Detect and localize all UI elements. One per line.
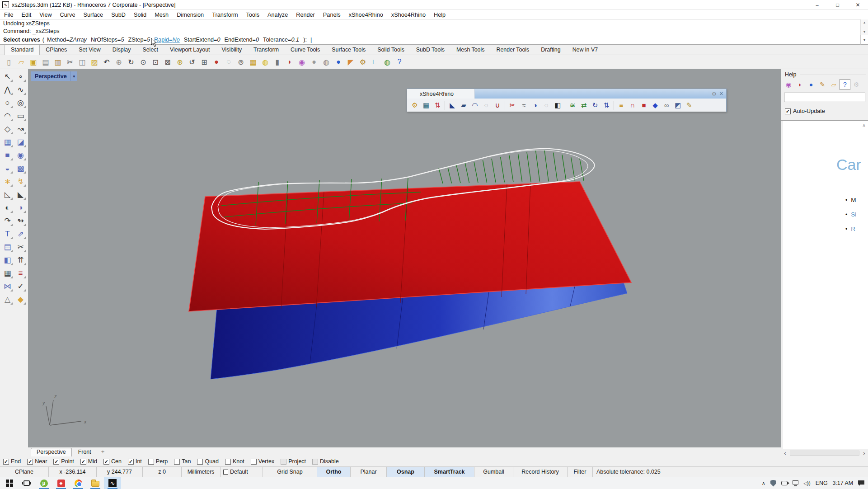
checkbox-icon[interactable]: [312, 459, 318, 465]
toolbar-tab-display[interactable]: Display: [107, 45, 137, 55]
circle-center-icon[interactable]: ⊚: [235, 56, 246, 67]
status-millimeters[interactable]: Millimeters: [182, 467, 221, 477]
command-option-startextend[interactable]: StartExtend=0: [184, 37, 221, 43]
mesh-icon[interactable]: ▩: [14, 162, 27, 175]
checkbox-icon[interactable]: ✓: [27, 459, 33, 465]
xshoe-tree-list-icon[interactable]: ≡: [616, 100, 627, 111]
zoom-selected-icon[interactable]: ⊛: [174, 56, 185, 67]
status-cplane[interactable]: CPlane: [0, 467, 49, 477]
xshoe-toolbar-close-icon[interactable]: ✕: [719, 91, 723, 97]
xshoe-toolbar-titlebar[interactable]: xShoe4Rhino ⚙ ✕: [407, 89, 726, 99]
help-material-tab-icon[interactable]: ◗: [794, 79, 805, 90]
group-icon[interactable]: ▤: [1, 240, 14, 254]
command-option-endextend[interactable]: EndExtend=0: [225, 37, 259, 43]
status-smarttrack[interactable]: SmartTrack: [425, 467, 474, 477]
checkbox-icon[interactable]: [281, 459, 286, 465]
xshoe-rotate-icon[interactable]: ↻: [590, 100, 601, 111]
boolean-union-icon[interactable]: ◐: [1, 201, 14, 214]
help-icon[interactable]: ?: [394, 56, 405, 67]
scrollbar-thumb[interactable]: [790, 451, 859, 456]
osnap-int[interactable]: ✓Int: [128, 458, 142, 465]
help-gear-tab-icon[interactable]: ⚙: [851, 79, 862, 90]
polygon-icon[interactable]: ◇: [1, 122, 14, 136]
checkbox-icon[interactable]: ✓: [128, 459, 134, 465]
osnap-quad[interactable]: Quad: [197, 458, 219, 465]
xshoe-arrows-icon[interactable]: ⇄: [578, 100, 589, 111]
viewport-title-tab[interactable]: Perspective ▾: [31, 71, 77, 81]
command-history-scrollbar[interactable]: ▴ ▾: [860, 19, 868, 35]
xshoe-soles-pair-icon[interactable]: ∞: [661, 100, 672, 111]
xshoe-sole-outline-icon[interactable]: ◌: [481, 100, 492, 111]
xshoe-toolbar-gear-icon[interactable]: ⚙: [712, 91, 717, 97]
menu-help[interactable]: Help: [430, 12, 450, 18]
command-prompt[interactable]: Select curves ( Method=ZArrayNrOfSteps=5…: [0, 35, 860, 45]
patch-icon[interactable]: ◪: [14, 136, 27, 149]
select-arrow-icon[interactable]: ↖: [1, 70, 14, 83]
menu-xshoe4rhino[interactable]: xShoe4Rhino: [387, 12, 430, 18]
light-bulb-icon[interactable]: ◍: [260, 56, 271, 67]
viewport-layout-icon[interactable]: ⊞: [199, 56, 210, 67]
osnap-cen[interactable]: ✓Cen: [103, 458, 122, 465]
file-explorer-app[interactable]: [87, 477, 104, 489]
tray-expand-icon[interactable]: ∧: [762, 480, 765, 486]
xshoe-floating-toolbar[interactable]: xShoe4Rhino ⚙ ✕ ⚙▦⇅◣▰◠◌∪✂≈◑◌◧≋⇄↻⇅≡∩■◆∞◩✎: [407, 89, 727, 112]
interp-curve-icon[interactable]: ∿: [14, 83, 27, 96]
viewport-tab-front[interactable]: Front: [73, 448, 97, 456]
perspective-viewport[interactable]: x z y Perspective ▾ xShoe4Rhino ⚙ ✕ ⚙▦⇅◣…: [28, 69, 781, 447]
xshoe-cube-sphere-icon[interactable]: ◧: [552, 100, 563, 111]
status-z-0[interactable]: z 0: [143, 467, 182, 477]
menu-curve[interactable]: Curve: [56, 12, 80, 18]
trim-icon[interactable]: ✂: [14, 240, 27, 254]
car-icon[interactable]: ●: [211, 56, 222, 67]
clock[interactable]: 3:17 AM: [833, 480, 853, 486]
chamfer-icon[interactable]: ◺: [1, 188, 14, 201]
osnap-near[interactable]: ✓Near: [27, 458, 47, 465]
xshoe-curved-surface-icon[interactable]: ◠: [469, 100, 480, 111]
checkbox-icon[interactable]: [197, 459, 203, 465]
xshoe-outline-icon[interactable]: ◌: [541, 100, 552, 111]
toolbar-tab-solid-tools[interactable]: Solid Tools: [371, 45, 410, 55]
xshoe-pair-icon[interactable]: ≋: [567, 100, 578, 111]
zoom-dynamic-icon[interactable]: ⊙: [138, 56, 149, 67]
material-icon[interactable]: ◗: [284, 56, 295, 67]
viewport-dropdown-icon[interactable]: ▾: [70, 71, 77, 81]
paste-icon[interactable]: ▨: [89, 56, 100, 67]
action-center-icon[interactable]: [858, 480, 864, 486]
print-icon[interactable]: ▤: [40, 56, 51, 67]
status-ortho[interactable]: Ortho: [317, 467, 351, 477]
pan-hand-icon[interactable]: ⊕: [113, 56, 124, 67]
toolbar-tab-new-in-v7[interactable]: New in V7: [567, 45, 604, 55]
copy-page-icon[interactable]: ▥: [52, 56, 63, 67]
solid-edit-icon[interactable]: ◧: [1, 254, 14, 267]
menu-analyze[interactable]: Analyze: [263, 12, 292, 18]
defender-shield-icon[interactable]: [770, 480, 776, 487]
xshoe-stamp-icon[interactable]: ◩: [672, 100, 683, 111]
xshoe-blue-wedge-icon[interactable]: ◆: [650, 100, 661, 111]
primitives-icon[interactable]: △: [1, 293, 14, 306]
color-wheel-icon[interactable]: ◉: [296, 56, 307, 67]
toolbar-tab-cplanes[interactable]: CPlanes: [40, 45, 73, 55]
open-folder-icon[interactable]: ▱: [16, 56, 27, 67]
new-viewport-tab-button[interactable]: +: [98, 448, 108, 456]
osnap-end[interactable]: ✓End: [3, 458, 21, 465]
scroll-right-icon[interactable]: ›: [860, 450, 868, 456]
ellipse-icon[interactable]: ◎: [14, 96, 27, 109]
scale-icon[interactable]: ⇗: [14, 227, 27, 240]
render-sphere-icon[interactable]: ●: [309, 56, 319, 67]
osnap-disable[interactable]: Disable: [312, 458, 339, 465]
checkbox-icon[interactable]: [251, 459, 257, 465]
help-bullet-link[interactable]: •R: [845, 226, 856, 232]
status-y-244-777[interactable]: y 244.777: [97, 467, 143, 477]
chrome-app[interactable]: [70, 477, 87, 489]
task-view-button[interactable]: [18, 477, 35, 489]
menu-subd[interactable]: SubD: [107, 12, 130, 18]
osnap-mid[interactable]: ✓Mid: [80, 458, 97, 465]
scroll-up-icon[interactable]: ▴: [863, 20, 865, 24]
status-osnap[interactable]: Osnap: [387, 467, 425, 477]
xshoe-binary-io-icon[interactable]: ⇅: [432, 100, 443, 111]
array-icon[interactable]: ▦: [1, 267, 14, 280]
xshoe-scissors-icon[interactable]: ✂: [507, 100, 518, 111]
status-default[interactable]: Default: [221, 467, 263, 477]
osnap-point[interactable]: ✓Point: [53, 458, 74, 465]
prompt-expand-chevron-icon[interactable]: ▾: [860, 35, 868, 45]
